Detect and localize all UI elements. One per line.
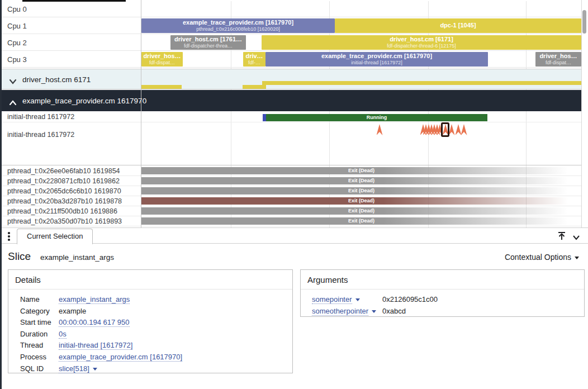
slice-subtitle: pthread_t:0x216c008feb10 [1620020]	[141, 26, 335, 32]
details-row-label: Name	[20, 294, 59, 306]
slice-subtitle: fdf-dispatcher-threa…	[170, 43, 246, 49]
pthread-track-label: pthread_t:0x2065dc6c6b10 1619870	[7, 187, 121, 195]
vertical-scrollbar-thumb[interactable]	[582, 10, 586, 34]
selected-marker-highlight[interactable]	[441, 122, 449, 137]
timeline-slice[interactable]: driv…fdf-…	[243, 52, 265, 67]
contextual-options-dropdown[interactable]: Contextual Options	[505, 253, 579, 262]
details-card: Details Nameexample_instant_argsCategory…	[8, 269, 293, 373]
thread-track-label: initial-thread 1617972	[7, 113, 74, 121]
selection-title-row: Slice example_instant_args Contextual Op…	[0, 244, 588, 269]
argument-row: somepointer0x2126095c1c00	[312, 294, 578, 306]
pthread-track: pthread_t:0x2065dc6c6b10 1619870Exit (De…	[0, 186, 581, 196]
cpu-track: Cpu 1example_trace_provider.cm [1617970]…	[0, 17, 581, 34]
cpu-track-label: Cpu 3	[7, 55, 27, 63]
track-group-example-trace-provider[interactable]: example_trace_provider.cm 1617970	[0, 90, 581, 111]
tab-current-selection[interactable]: Current Selection	[17, 229, 93, 244]
slice-subtitle: fdf-dispat…	[141, 60, 183, 66]
details-row-label: Category	[20, 306, 59, 317]
tab-menu-kebab-icon[interactable]	[8, 232, 10, 241]
chevron-down-icon	[9, 77, 17, 82]
caret-down-icon	[372, 310, 376, 315]
argument-value: 0xabcd	[382, 306, 578, 317]
timeline-slice[interactable]: driver_hos…fdf-dispat…	[535, 52, 581, 67]
argument-name-link[interactable]: someotherpointer	[312, 307, 368, 316]
details-row-label: Duration	[20, 329, 59, 340]
selection-name: example_instant_args	[40, 253, 114, 262]
details-row: Start time00:00:00.194 617 950	[20, 317, 287, 329]
track-panel-divider	[141, 0, 141, 227]
details-row-label: SQL ID	[20, 363, 59, 375]
details-value-link[interactable]: slice[518]	[59, 364, 89, 373]
exit-dead-label: Exit (Dead)	[141, 187, 581, 194]
running-slice[interactable]: Running	[266, 114, 487, 121]
details-value-link[interactable]: initial-thread [1617972]	[59, 341, 132, 350]
caret-down-icon	[355, 298, 360, 303]
details-value-text: example	[59, 307, 86, 315]
argument-row: someotherpointer0xabcd	[312, 306, 578, 317]
argument-name-link[interactable]: somepointer	[312, 295, 352, 304]
exit-dead-bar[interactable]: Exit (Dead)	[141, 167, 581, 174]
selection-type-title: Slice	[8, 250, 31, 263]
thread-track-label: initial-thread 1617972	[7, 131, 74, 139]
exit-dead-label: Exit (Dead)	[141, 217, 581, 225]
timeline-slice[interactable]: driver_host.cm [1761…fdf-dispatcher-thre…	[170, 35, 246, 50]
slice-title: driver_hos…	[535, 53, 581, 60]
exit-dead-bar[interactable]: Exit (Dead)	[141, 177, 581, 184]
timeline-slice[interactable]: dpc-1 [1045]	[335, 18, 581, 33]
thread-markers-track: initial-thread 1617972	[0, 122, 581, 165]
exit-dead-bar[interactable]: Exit (Dead)	[141, 197, 581, 205]
cpu-track-label: Cpu 2	[7, 38, 27, 46]
details-value-link[interactable]: example_instant_args	[59, 295, 130, 304]
argument-name: somepointer	[312, 294, 382, 306]
instant-marker[interactable]	[449, 124, 455, 135]
pthread-track: pthread_t:0x20ba3d287b10 1619878Exit (De…	[0, 196, 581, 206]
cpu-track: Cpu 0	[0, 1, 581, 17]
arguments-card: Arguments somepointer0x2126095c1c00someo…	[300, 269, 585, 317]
chevron-up-icon	[9, 98, 17, 103]
instant-marker[interactable]	[377, 124, 383, 135]
slice-title: driv…	[243, 53, 265, 60]
chevron-down-icon[interactable]	[572, 233, 584, 244]
timeline-slice[interactable]: driver_hos…fdf-dispat…	[141, 52, 183, 67]
instant-marker[interactable]	[456, 124, 462, 135]
pthread-track-label: pthread_t:0x20a350d07b10 1619893	[7, 217, 122, 225]
timeline-slice[interactable]: example_trace_provider.cm [1617970]initi…	[265, 52, 488, 67]
instant-marker[interactable]	[461, 124, 467, 135]
argument-value: 0x2126095c1c00	[382, 294, 578, 306]
details-row: Processexample_trace_provider.cm [161797…	[20, 352, 287, 363]
pthread-track-label: pthread_t:0x26ee0e6fab10 1619854	[7, 167, 120, 175]
details-row: Nameexample_instant_args	[20, 294, 287, 306]
slice-subtitle: fdf-…	[243, 60, 265, 66]
details-row-label: Thread	[20, 340, 59, 352]
caret-down-icon	[575, 257, 579, 262]
timeline-area: Cpu 0Cpu 1example_trace_provider.cm [161…	[0, 0, 588, 227]
summary-slice-bar[interactable]	[243, 85, 266, 89]
overview-bar-fragment	[22, 0, 126, 2]
details-row: Duration0s	[20, 329, 287, 340]
collapse-panel-icon[interactable]	[557, 231, 568, 242]
summary-slice-bar[interactable]	[262, 81, 581, 85]
details-value-link[interactable]: 00:00:00.194 617 950	[59, 318, 130, 327]
exit-dead-bar[interactable]: Exit (Dead)	[141, 187, 581, 194]
details-value-link[interactable]: 0s	[59, 330, 67, 339]
details-row-value: slice[518]	[59, 363, 287, 375]
slice-subtitle: initial-thread [1617972]	[265, 60, 488, 66]
exit-dead-bar[interactable]: Exit (Dead)	[141, 207, 581, 215]
pthread-track: pthread_t:0x26ee0e6fab10 1619854Exit (De…	[0, 166, 581, 176]
exit-dead-bar[interactable]: Exit (Dead)	[141, 217, 581, 225]
slice-title: driver_host.cm [6171]	[262, 36, 581, 43]
timeline-right-edge	[581, 0, 582, 227]
pthread-track: pthread_t:0x211ff500db10 1619886Exit (De…	[0, 206, 581, 216]
timeline-slice[interactable]: example_trace_provider.cm [1617970]pthre…	[141, 18, 335, 33]
details-row-label: Start time	[20, 317, 59, 329]
slice-subtitle: fdf-dispat…	[535, 60, 581, 66]
thread-sched-track: initial-thread 1617972 Running	[0, 111, 581, 122]
timeline-slice[interactable]: driver_host.cm [6171]fdf-dispatcher-thre…	[262, 35, 581, 50]
cpu-track-label: Cpu 1	[7, 21, 27, 30]
arguments-card-header: Arguments	[301, 270, 584, 290]
details-value-link[interactable]: example_trace_provider.cm [1617970]	[59, 353, 182, 362]
summary-slice-bar[interactable]	[141, 85, 182, 89]
exit-dead-label: Exit (Dead)	[141, 207, 581, 215]
track-group-driver-host[interactable]: driver_host.cm 6171	[0, 69, 581, 89]
exit-dead-label: Exit (Dead)	[141, 197, 581, 205]
